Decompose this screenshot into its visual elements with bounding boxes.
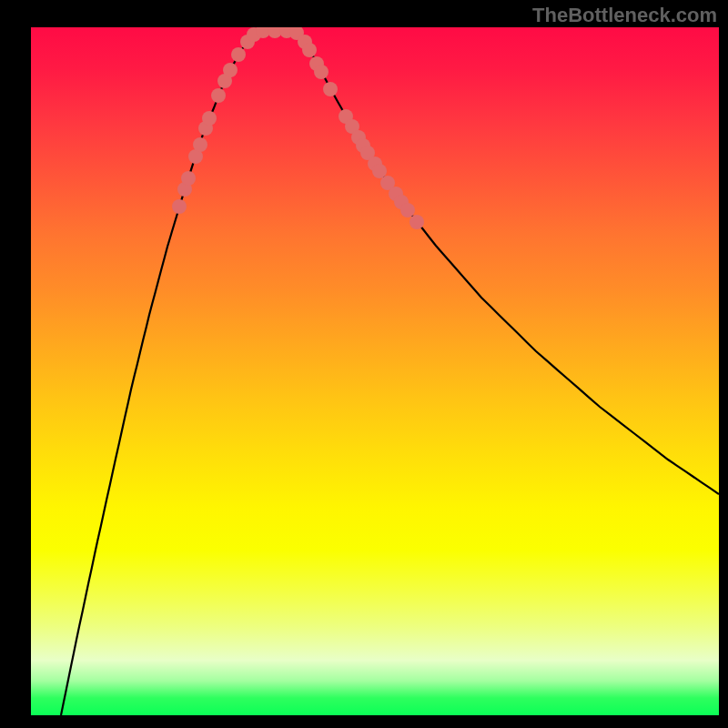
- data-marker: [302, 43, 317, 57]
- data-marker: [231, 47, 246, 62]
- data-marker: [193, 137, 207, 152]
- data-marker: [211, 88, 226, 103]
- data-marker: [410, 215, 424, 229]
- watermark-text: TheBottleneck.com: [532, 4, 717, 27]
- data-marker: [400, 203, 415, 217]
- marker-group: [172, 27, 424, 229]
- data-marker: [202, 111, 217, 126]
- data-marker: [372, 164, 387, 178]
- data-marker: [223, 63, 238, 77]
- data-marker: [172, 199, 187, 214]
- marker-layer: [31, 27, 719, 715]
- data-marker: [323, 82, 338, 96]
- chart-container: TheBottleneck.com: [0, 0, 728, 728]
- data-marker: [181, 171, 196, 186]
- plot-area: [31, 27, 719, 715]
- data-marker: [314, 65, 329, 79]
